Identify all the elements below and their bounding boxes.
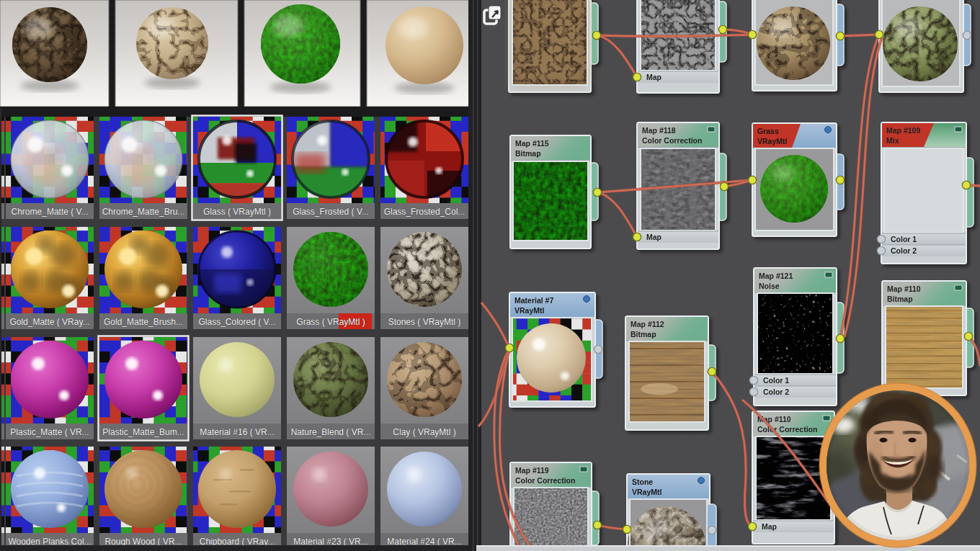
svg-text:Chipboard ( VRay...: Chipboard ( VRay... [200,537,275,547]
svg-text:Plastic_Matte ( VR...: Plastic_Matte ( VR... [10,427,89,437]
svg-text:Mix: Mix [886,136,899,145]
svg-text:Map #118: Map #118 [642,126,676,135]
svg-text:Color 1: Color 1 [891,235,917,243]
svg-text:Gold_Matte_Brush...: Gold_Matte_Brush... [104,317,183,327]
svg-text:Rough Wood ( VR...: Rough Wood ( VR... [104,537,182,547]
svg-text:Chrome_Matte ( V...: Chrome_Matte ( V... [12,207,89,217]
svg-text:Color Correction: Color Correction [757,425,817,434]
svg-text:Bitmap: Bitmap [631,330,656,339]
svg-text:VRayMtl: VRayMtl [632,488,662,496]
svg-text:Glass ( VRayMtl ): Glass ( VRayMtl ) [203,207,271,217]
svg-text:Grass: Grass [757,127,779,135]
svg-text:Material #23 ( VR...: Material #23 ( VR... [293,537,368,547]
svg-text:Glass_Colored ( V...: Glass_Colored ( V... [199,317,276,327]
svg-text:Stones ( VRayMtl ): Stones ( VRayMtl ) [388,317,461,327]
svg-text:Plastic_Matte_Bum...: Plastic_Matte_Bum... [102,427,184,437]
svg-text:Gold_Matte ( VRay...: Gold_Matte ( VRay... [9,317,89,327]
svg-text:Nature_Blend ( VR...: Nature_Blend ( VR... [291,427,371,437]
svg-text:Color Correction: Color Correction [642,136,702,145]
svg-text:Stone: Stone [632,478,653,486]
svg-text:Map: Map [646,73,662,81]
svg-text:Map #119: Map #119 [515,466,549,475]
svg-text:VRayMtl: VRayMtl [757,137,788,145]
svg-text:Chrome_Matte_Bru...: Chrome_Matte_Bru... [102,207,185,217]
svg-text:Map #109: Map #109 [886,126,920,135]
svg-text:Map #121: Map #121 [759,272,793,280]
svg-text:Wooden Planks Col...: Wooden Planks Col... [8,537,91,547]
svg-text:Material #16 ( VR...: Material #16 ( VR... [200,427,274,437]
svg-text:Bitmap: Bitmap [887,295,913,303]
svg-text:Map: Map [646,233,662,241]
svg-text:Material #7: Material #7 [514,296,553,305]
svg-text:Map: Map [762,522,777,531]
svg-text:Glass_Frosted_Col...: Glass_Frosted_Col... [384,207,466,217]
svg-text:Color Correction: Color Correction [515,476,575,485]
svg-text:Color 2: Color 2 [763,388,789,396]
svg-text:Map #112: Map #112 [631,320,664,328]
svg-text:Clay ( VRayMtl ): Clay ( VRayMtl ) [393,427,455,437]
svg-text:Bitmap: Bitmap [515,149,541,158]
svg-text:Material #24 ( VR...: Material #24 ( VR... [387,537,461,547]
svg-text:Map #115: Map #115 [515,139,549,148]
svg-text:Color 1: Color 1 [763,376,789,385]
svg-text:Glass_Frosted ( V...: Glass_Frosted ( V... [293,207,369,217]
svg-text:VRayMtl: VRayMtl [514,306,545,315]
svg-text:Noise: Noise [759,282,780,290]
svg-text:Map #110: Map #110 [887,285,921,293]
svg-text:Color 2: Color 2 [891,246,917,255]
svg-text:Grass ( VRayMtl ): Grass ( VRayMtl ) [296,317,365,327]
